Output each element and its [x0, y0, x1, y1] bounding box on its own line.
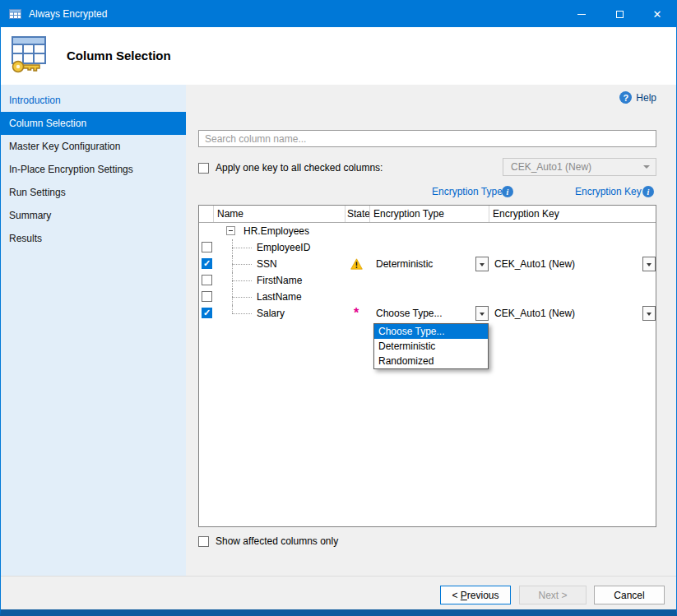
previous-label-pre: < — [452, 590, 460, 601]
encryption-key-value: CEK_Auto1 (New) — [494, 257, 575, 271]
minimize-icon — [577, 14, 586, 15]
next-button[interactable]: Next > — [519, 586, 587, 604]
tree-connector-icon — [232, 256, 253, 272]
sidebar-item-master-key-configuration[interactable]: Master Key Configuration — [1, 135, 186, 158]
row-checkbox[interactable] — [202, 308, 212, 318]
chevron-down-icon — [643, 165, 650, 172]
previous-label-accel: P — [461, 590, 467, 601]
column-name: Salary — [257, 305, 285, 322]
encryption-key-combo[interactable]: CEK_Auto1 (New) — [489, 306, 656, 321]
caret-down-icon — [647, 313, 651, 318]
tree-connector-icon — [232, 239, 253, 256]
tree-collapse-icon[interactable] — [226, 226, 235, 235]
maximize-button[interactable] — [600, 1, 638, 27]
combo-dropdown-button[interactable] — [642, 257, 656, 271]
row-checkbox[interactable] — [202, 258, 212, 269]
caret-down-icon — [647, 263, 651, 269]
show-affected-label: Show affected columns only — [216, 535, 338, 547]
table-row[interactable]: Salary * Choose Type... CEK_Auto1 (New) — [199, 305, 656, 322]
table-row[interactable]: EmployeeID — [199, 239, 656, 256]
sidebar-item-in-place-encryption-settings[interactable]: In-Place Encryption Settings — [1, 158, 186, 181]
sidebar-item-run-settings[interactable]: Run Settings — [1, 181, 186, 204]
row-checkbox[interactable] — [202, 242, 212, 252]
app-icon — [9, 7, 22, 21]
apply-one-key-label: Apply one key to all checked columns: — [216, 162, 383, 174]
combo-dropdown-button[interactable] — [642, 306, 656, 321]
cek-select: CEK_Auto1 (New) — [503, 158, 656, 176]
caret-down-icon — [480, 263, 485, 269]
help-icon — [619, 91, 632, 104]
titlebar: Always Encrypted — [1, 1, 676, 27]
button-bar: < Previous Next > Cancel — [1, 576, 676, 609]
column-selection-icon — [8, 35, 49, 74]
caret-down-icon — [480, 313, 485, 318]
encryption-type-combo[interactable]: Choose Type... — [371, 306, 489, 321]
column-name: SSN — [257, 256, 277, 272]
tree-connector-icon — [232, 289, 253, 305]
close-button[interactable] — [638, 1, 676, 27]
apply-one-key-checkbox[interactable] — [198, 163, 209, 174]
required-marker: * — [354, 307, 359, 320]
sidebar-item-results[interactable]: Results — [1, 227, 186, 250]
header-encryption-type: Encryption Type — [370, 206, 489, 222]
page-header: Column Selection — [1, 27, 676, 85]
wizard-step-sidebar: Introduction Column Selection Master Key… — [1, 85, 186, 576]
table-row[interactable]: LastName — [199, 289, 656, 305]
table-group-row[interactable]: HR.Employees — [199, 223, 656, 239]
header-encryption-key: Encryption Key — [489, 206, 656, 222]
combo-dropdown-button[interactable] — [475, 306, 489, 321]
cek-select-value: CEK_Auto1 (New) — [511, 161, 591, 173]
dropdown-item-deterministic[interactable]: Deterministic — [374, 339, 488, 354]
column-selection-panel: Help Apply one key to all checked column… — [186, 85, 676, 576]
cancel-button[interactable]: Cancel — [594, 586, 665, 604]
column-name: LastName — [257, 289, 302, 305]
column-name: FirstName — [257, 272, 302, 289]
grid-header: Name State Encryption Type Encryption Ke… — [199, 206, 656, 223]
sidebar-item-column-selection[interactable]: Column Selection — [1, 112, 186, 135]
window-title: Always Encrypted — [29, 8, 107, 20]
encryption-type-combo[interactable]: Deterministic — [371, 257, 489, 271]
encryption-key-combo[interactable]: CEK_Auto1 (New) — [489, 257, 656, 271]
header-checkbox-column — [199, 206, 214, 222]
header-name: Name — [214, 206, 345, 222]
page-title: Column Selection — [67, 49, 171, 63]
search-input[interactable] — [198, 130, 656, 147]
sidebar-item-introduction[interactable]: Introduction — [1, 89, 186, 112]
tree-connector-icon — [232, 272, 253, 289]
row-checkbox[interactable] — [202, 275, 212, 285]
dropdown-item-randomized[interactable]: Randomized — [374, 354, 488, 368]
column-name: EmployeeID — [257, 239, 310, 256]
help-link[interactable]: Help — [619, 91, 656, 104]
warning-icon — [350, 258, 363, 270]
info-icon[interactable] — [502, 186, 513, 197]
encryption-key-link[interactable]: Encryption Key — [575, 186, 642, 197]
table-row[interactable]: FirstName — [199, 272, 656, 289]
show-affected-checkbox[interactable] — [198, 536, 209, 547]
dropdown-item-choose-type[interactable]: Choose Type... — [374, 324, 488, 339]
always-encrypted-window: Always Encrypted Column Selection Introd… — [0, 0, 677, 616]
maximize-icon — [616, 11, 624, 18]
encryption-type-dropdown: Choose Type... Deterministic Randomized — [373, 323, 489, 369]
encryption-type-value: Choose Type... — [376, 306, 443, 321]
minimize-button[interactable] — [563, 1, 600, 27]
close-icon — [653, 9, 662, 20]
encryption-type-value: Deterministic — [376, 257, 433, 271]
tree-connector-icon — [232, 305, 253, 322]
columns-grid: Name State Encryption Type Encryption Ke… — [198, 205, 656, 527]
window-controls — [563, 1, 676, 27]
combo-dropdown-button[interactable] — [475, 257, 489, 271]
info-icon[interactable] — [642, 186, 654, 197]
sidebar-item-summary[interactable]: Summary — [1, 204, 186, 227]
help-label: Help — [636, 92, 656, 104]
previous-label-rest: revious — [467, 590, 499, 601]
encryption-key-value: CEK_Auto1 (New) — [494, 306, 575, 321]
table-row[interactable]: SSN Deterministic CEK_Auto1 (New) — [199, 256, 656, 272]
header-state: State — [345, 206, 370, 222]
table-group-name: HR.Employees — [243, 223, 309, 239]
encryption-type-link[interactable]: Encryption Type — [432, 186, 503, 197]
row-checkbox[interactable] — [202, 291, 212, 302]
previous-button[interactable]: < Previous — [440, 586, 511, 604]
wizard-body: Introduction Column Selection Master Key… — [1, 85, 676, 576]
